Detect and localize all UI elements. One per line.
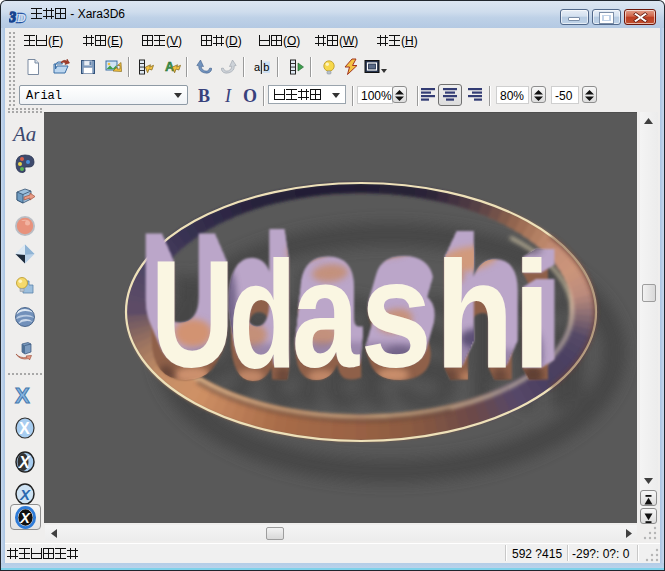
svg-text:D: D	[15, 10, 26, 25]
svg-text:s: s	[361, 228, 432, 399]
svg-text:U: U	[151, 228, 235, 399]
svg-text:3: 3	[9, 10, 16, 25]
svg-text:a: a	[292, 228, 360, 399]
svg-text:X: X	[19, 486, 31, 503]
svg-text:d: d	[229, 229, 297, 399]
svg-text:i: i	[513, 228, 552, 399]
svg-text:h: h	[435, 228, 513, 399]
svg-text:X: X	[19, 420, 30, 437]
svg-text:X: X	[19, 510, 31, 526]
svg-text:b: b	[263, 61, 269, 73]
svg-text:X: X	[18, 454, 31, 471]
svg-text:a: a	[254, 61, 261, 73]
